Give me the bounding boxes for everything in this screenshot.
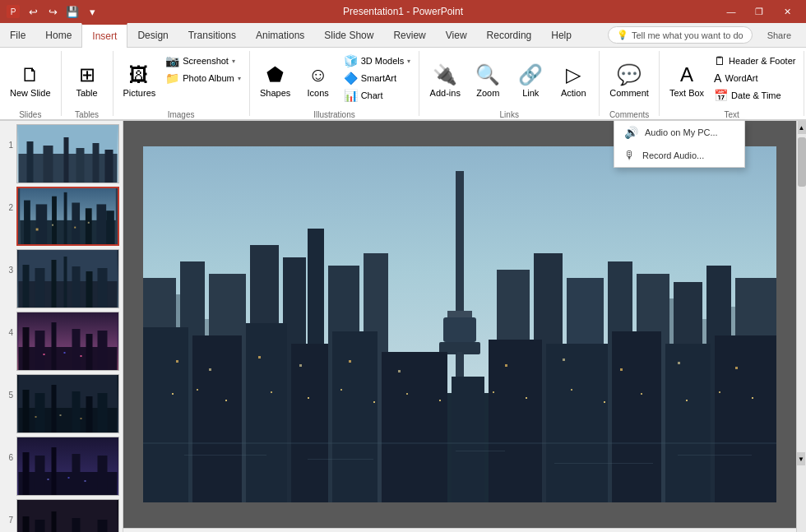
minimize-btn[interactable]: — <box>719 0 743 23</box>
svg-rect-58 <box>72 454 81 495</box>
slide-thumb-5[interactable]: 5 <box>3 374 119 433</box>
slide-canvas <box>143 146 776 502</box>
svg-rect-106 <box>332 331 378 502</box>
photo-album-btn[interactable]: 📁 Photo Album ▾ <box>162 70 243 86</box>
new-slide-icon: 🗋 <box>21 63 40 86</box>
smartart-btn[interactable]: 🔷 SmartArt <box>340 70 415 86</box>
svg-rect-34 <box>35 331 45 370</box>
svg-rect-24 <box>23 265 30 308</box>
tab-review[interactable]: Review <box>383 23 435 48</box>
action-btn[interactable]: ▷ Action <box>553 51 594 110</box>
new-slide-btn[interactable]: 🗋 New Slide <box>5 51 56 110</box>
slide-num-4: 4 <box>3 328 13 337</box>
wordart-label: WordArt <box>725 73 757 83</box>
tab-slideshow[interactable]: Slide Show <box>314 23 383 48</box>
slide-thumb-4[interactable]: 4 <box>3 312 119 371</box>
tab-recording[interactable]: Recording <box>477 23 542 48</box>
header-btn[interactable]: 🗒 Header & Footer <box>711 53 799 69</box>
audio-dropdown: 🔊 Audio on My PC... 🎙 Record Audio... <box>614 120 745 168</box>
textbox-icon: A <box>680 63 693 86</box>
save-btn[interactable]: 💾 <box>64 3 81 20</box>
icons-btn[interactable]: ☺ Icons <box>298 51 339 110</box>
record-audio-btn[interactable]: 🎙 Record Audio... <box>614 144 744 167</box>
tab-view[interactable]: View <box>436 23 477 48</box>
chart-btn[interactable]: 📊 Chart <box>340 87 415 104</box>
customize-btn[interactable]: ▾ <box>84 3 100 20</box>
svg-rect-45 <box>35 393 45 433</box>
svg-rect-28 <box>72 266 81 308</box>
svg-rect-119 <box>398 370 401 372</box>
wordart-btn[interactable]: A WordArt <box>711 70 799 86</box>
slide-thumb-7[interactable]: 7 <box>3 499 119 532</box>
pictures-btn[interactable]: 🖼 Pictures <box>118 51 161 110</box>
svg-rect-144 <box>308 459 373 460</box>
svg-rect-20 <box>74 227 76 229</box>
title-bar-left: P ↩ ↪ 💾 ▾ <box>7 3 100 20</box>
tab-file[interactable]: File <box>0 23 35 48</box>
svg-rect-105 <box>291 344 328 502</box>
tell-me-bar[interactable]: 💡 Tell me what you want to do <box>608 26 753 44</box>
notes-bar[interactable]: Click to add notes <box>123 528 796 532</box>
svg-rect-19 <box>52 224 53 226</box>
svg-rect-147 <box>678 455 752 456</box>
header-label: Header & Footer <box>729 56 795 66</box>
addins-btn[interactable]: 🔌 Add-ins <box>424 51 466 110</box>
svg-rect-44 <box>23 390 30 433</box>
svg-rect-33 <box>23 327 30 370</box>
link-btn[interactable]: 🔗 Link <box>510 51 551 110</box>
svg-rect-16 <box>96 204 106 244</box>
svg-rect-115 <box>209 368 211 371</box>
audio-on-my-pc-btn[interactable]: 🔊 Audio on My PC... <box>614 121 744 144</box>
svg-rect-143 <box>184 455 266 456</box>
date-icon: 📅 <box>714 89 728 102</box>
slide-thumb-1[interactable]: 1 <box>3 124 119 183</box>
tab-home[interactable]: Home <box>35 23 81 48</box>
slide-preview-1 <box>16 124 119 183</box>
scrollbar-thumb[interactable] <box>798 137 806 187</box>
svg-rect-120 <box>505 364 507 367</box>
svg-rect-56 <box>35 456 45 495</box>
group-illustrations: ⬟ Shapes ☺ Icons 🧊 3D Models ▾ 🔷 SmartA <box>250 51 420 116</box>
slide-preview-5 <box>16 374 119 433</box>
share-button[interactable]: Share <box>759 28 799 43</box>
undo-btn[interactable]: ↩ <box>25 3 41 20</box>
svg-rect-29 <box>86 271 93 308</box>
svg-rect-47 <box>72 391 81 433</box>
shapes-btn[interactable]: ⬟ Shapes <box>255 51 296 110</box>
date-btn[interactable]: 📅 Date & Time <box>711 87 799 104</box>
comment-btn[interactable]: 💬 Comment <box>604 51 654 110</box>
svg-rect-40 <box>64 352 66 354</box>
table-btn[interactable]: ⊞ Table <box>67 51 108 110</box>
tell-me-label: Tell me what you want to do <box>632 30 743 40</box>
svg-rect-55 <box>23 452 30 495</box>
3d-models-btn[interactable]: 🧊 3D Models ▾ <box>340 53 415 69</box>
photo-album-arrow: ▾ <box>238 75 241 82</box>
close-btn[interactable]: ✕ <box>775 0 799 23</box>
canvas-area: Click to add notes <box>123 121 796 532</box>
scrollbar-vertical[interactable]: ▲ ▼ <box>796 121 806 532</box>
tab-animations[interactable]: Animations <box>246 23 314 48</box>
tab-design[interactable]: Design <box>127 23 178 48</box>
comments-items: 💬 Comment <box>604 51 654 110</box>
audio-pc-icon: 🔊 <box>624 126 638 139</box>
svg-rect-49 <box>98 393 108 433</box>
maximize-btn[interactable]: ❐ <box>747 0 771 23</box>
screenshot-btn[interactable]: 📷 Screenshot ▾ <box>162 53 243 69</box>
pictures-label: Pictures <box>123 88 156 98</box>
textbox-btn[interactable]: A Text Box <box>665 51 709 110</box>
slide-thumb-3[interactable]: 3 <box>3 249 119 308</box>
table-label: Table <box>76 88 97 98</box>
tab-transitions[interactable]: Transitions <box>178 23 246 48</box>
redo-btn[interactable]: ↪ <box>44 3 61 20</box>
svg-rect-132 <box>406 393 408 395</box>
tab-insert[interactable]: Insert <box>81 23 127 48</box>
slide-thumb-2[interactable]: 2 <box>3 187 119 246</box>
svg-rect-51 <box>60 414 62 416</box>
slide-thumb-6[interactable]: 6 <box>3 437 119 496</box>
record-label: Record Audio... <box>642 150 704 160</box>
slide-preview-3 <box>16 249 119 308</box>
zoom-btn[interactable]: 🔍 Zoom <box>467 51 508 110</box>
tab-help[interactable]: Help <box>541 23 581 48</box>
svg-rect-107 <box>382 352 447 502</box>
slide-panel[interactable]: 1 2 <box>0 121 123 532</box>
